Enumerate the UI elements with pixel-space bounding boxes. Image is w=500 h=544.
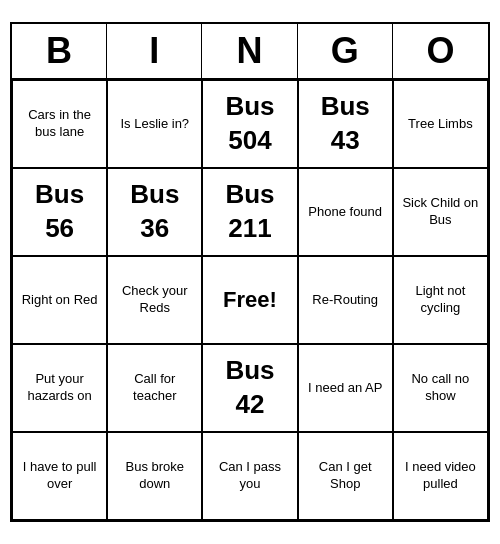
bingo-cell: Bus 56 [12,168,107,256]
bingo-cell: Is Leslie in? [107,80,202,168]
bingo-cell: I have to pull over [12,432,107,520]
bingo-cell: Light not cycling [393,256,488,344]
bingo-cell: I need video pulled [393,432,488,520]
bingo-cell: Free! [202,256,297,344]
bingo-header-letter: B [12,24,107,78]
bingo-cell: Bus 42 [202,344,297,432]
bingo-cell: Tree Limbs [393,80,488,168]
bingo-header-letter: O [393,24,488,78]
bingo-cell: Bus 211 [202,168,297,256]
bingo-cell: Sick Child on Bus [393,168,488,256]
bingo-cell: Phone found [298,168,393,256]
bingo-cell: Right on Red [12,256,107,344]
bingo-header-letter: I [107,24,202,78]
bingo-cell: Cars in the bus lane [12,80,107,168]
bingo-header: BINGO [12,24,488,80]
bingo-cell: Check your Reds [107,256,202,344]
bingo-card: BINGO Cars in the bus laneIs Leslie in?B… [10,22,490,522]
bingo-cell: I need an AP [298,344,393,432]
bingo-cell: Bus broke down [107,432,202,520]
bingo-cell: No call no show [393,344,488,432]
bingo-cell: Bus 36 [107,168,202,256]
bingo-cell: Re-Routing [298,256,393,344]
bingo-grid: Cars in the bus laneIs Leslie in?Bus 504… [12,80,488,520]
bingo-header-letter: G [298,24,393,78]
bingo-cell: Can I pass you [202,432,297,520]
bingo-header-letter: N [202,24,297,78]
bingo-cell: Can I get Shop [298,432,393,520]
bingo-cell: Bus 43 [298,80,393,168]
bingo-cell: Bus 504 [202,80,297,168]
bingo-cell: Call for teacher [107,344,202,432]
bingo-cell: Put your hazards on [12,344,107,432]
